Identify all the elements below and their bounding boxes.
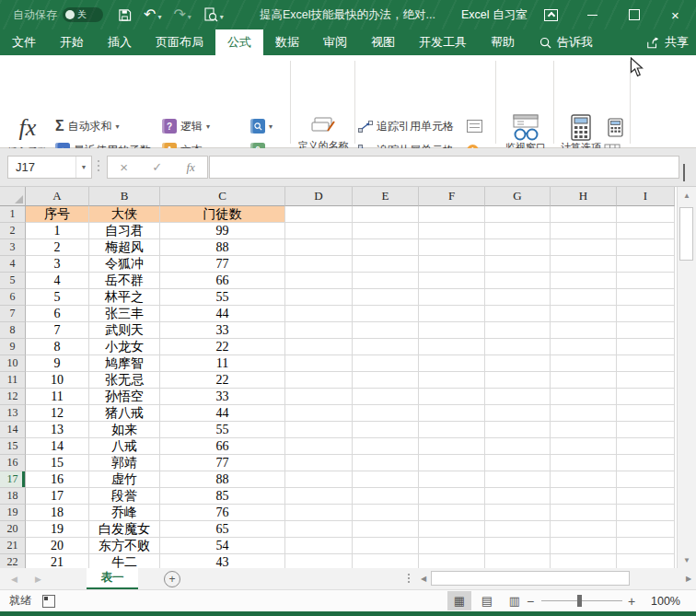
cell-C10[interactable]: 11 xyxy=(160,355,285,372)
cell-A16[interactable]: 15 xyxy=(26,455,89,471)
cell-C20[interactable]: 65 xyxy=(160,521,285,538)
column-header-F[interactable]: F xyxy=(419,187,485,206)
cell-C9[interactable]: 22 xyxy=(160,339,285,355)
cell-D8[interactable] xyxy=(285,322,353,339)
cell-F6[interactable] xyxy=(419,289,485,306)
show-formulas-button[interactable] xyxy=(467,116,486,136)
cell-H14[interactable] xyxy=(551,422,617,438)
cell-D20[interactable] xyxy=(285,521,353,538)
cell-C21[interactable]: 54 xyxy=(160,538,285,554)
cell-H11[interactable] xyxy=(551,372,617,389)
cell-I7[interactable] xyxy=(617,306,675,322)
cell-E3[interactable] xyxy=(353,239,419,256)
cell-B5[interactable]: 岳不群 xyxy=(89,273,160,289)
cell-I19[interactable] xyxy=(617,505,675,521)
cell-H17[interactable] xyxy=(551,471,617,488)
cell-G13[interactable] xyxy=(485,405,551,422)
normal-view-button[interactable]: ▦ xyxy=(447,591,471,610)
cell-E14[interactable] xyxy=(353,422,419,438)
cell-G15[interactable] xyxy=(485,438,551,455)
cell-E15[interactable] xyxy=(353,438,419,455)
cell-C12[interactable]: 33 xyxy=(160,389,285,405)
zoom-slider-track[interactable] xyxy=(541,600,622,601)
cell-A15[interactable]: 14 xyxy=(26,438,89,455)
cell-B11[interactable]: 张无忌 xyxy=(89,372,160,389)
cell-G6[interactable] xyxy=(485,289,551,306)
cell-A13[interactable]: 12 xyxy=(26,405,89,422)
cell-I2[interactable] xyxy=(617,223,675,239)
horizontal-splitter[interactable] xyxy=(408,574,410,583)
cell-G7[interactable] xyxy=(485,306,551,322)
cell-F12[interactable] xyxy=(419,389,485,405)
row-header-7[interactable]: 7 xyxy=(0,306,26,322)
zoom-slider-thumb[interactable] xyxy=(577,595,582,607)
page-layout-view-button[interactable]: ▤ xyxy=(475,591,499,610)
row-header-14[interactable]: 14 xyxy=(0,422,26,438)
cell-E9[interactable] xyxy=(353,339,419,355)
cell-D6[interactable] xyxy=(285,289,353,306)
cell-C6[interactable]: 55 xyxy=(160,289,285,306)
cell-B13[interactable]: 猪八戒 xyxy=(89,405,160,422)
cell-H5[interactable] xyxy=(551,273,617,289)
cell-B16[interactable]: 郭靖 xyxy=(89,455,160,471)
cell-H18[interactable] xyxy=(551,488,617,505)
row-header-3[interactable]: 3 xyxy=(0,239,26,256)
ribbon-display-options-button[interactable] xyxy=(530,0,572,29)
cell-A8[interactable]: 7 xyxy=(26,322,89,339)
cell-G16[interactable] xyxy=(485,455,551,471)
row-header-12[interactable]: 12 xyxy=(0,389,26,405)
row-header-22[interactable]: 22 xyxy=(0,554,26,568)
row-header-4[interactable]: 4 xyxy=(0,256,26,273)
logical-button[interactable]: ? 逻辑 ▾ xyxy=(162,116,243,136)
cell-G2[interactable] xyxy=(485,223,551,239)
tell-me-box[interactable]: 告诉我 xyxy=(539,29,593,55)
cell-A5[interactable]: 4 xyxy=(26,273,89,289)
cell-F8[interactable] xyxy=(419,322,485,339)
cell-B22[interactable]: 牛二 xyxy=(89,554,160,568)
cell-B20[interactable]: 白发魔女 xyxy=(89,521,160,538)
cell-F10[interactable] xyxy=(419,355,485,372)
name-box-dropdown-icon[interactable]: ▼ xyxy=(75,157,91,178)
insert-function-fx-button[interactable]: fx xyxy=(186,160,194,175)
cell-E19[interactable] xyxy=(353,505,419,521)
cell-G4[interactable] xyxy=(485,256,551,273)
page-break-view-button[interactable]: ▥ xyxy=(503,591,527,610)
calculate-now-button[interactable] xyxy=(608,118,623,141)
cell-I5[interactable] xyxy=(617,273,675,289)
cell-F15[interactable] xyxy=(419,438,485,455)
row-header-21[interactable]: 21 xyxy=(0,538,26,554)
cell-H9[interactable] xyxy=(551,339,617,355)
tab-review[interactable]: 审阅 xyxy=(311,29,359,55)
row-header-17[interactable]: 17 xyxy=(0,471,26,488)
row-header-16[interactable]: 16 xyxy=(0,455,26,471)
cell-G19[interactable] xyxy=(485,505,551,521)
row-header-10[interactable]: 10 xyxy=(0,355,26,372)
cell-C18[interactable]: 85 xyxy=(160,488,285,505)
cell-H15[interactable] xyxy=(551,438,617,455)
cell-A17[interactable]: 16 xyxy=(26,471,89,488)
cell-B3[interactable]: 梅超风 xyxy=(89,239,160,256)
tab-insert[interactable]: 插入 xyxy=(96,29,144,55)
cell-F3[interactable] xyxy=(419,239,485,256)
cell-H13[interactable] xyxy=(551,405,617,422)
scroll-up-icon[interactable]: ▲ xyxy=(678,187,696,203)
trace-precedents-button[interactable]: 追踪引用单元格 xyxy=(358,116,454,136)
column-header-B[interactable]: B xyxy=(89,187,160,206)
cell-D5[interactable] xyxy=(285,273,353,289)
cell-I6[interactable] xyxy=(617,289,675,306)
horizontal-scrollbar-thumb[interactable] xyxy=(431,571,630,586)
cell-D22[interactable] xyxy=(285,554,353,568)
minimize-button[interactable] xyxy=(572,0,613,29)
cell-C14[interactable]: 55 xyxy=(160,422,285,438)
cell-H12[interactable] xyxy=(551,389,617,405)
cell-A6[interactable]: 5 xyxy=(26,289,89,306)
formula-bar-splitter[interactable] xyxy=(98,160,99,171)
cell-A22[interactable]: 21 xyxy=(26,554,89,568)
cell-C8[interactable]: 33 xyxy=(160,322,285,339)
cell-C22[interactable]: 43 xyxy=(160,554,285,568)
cell-F9[interactable] xyxy=(419,339,485,355)
cell-E1[interactable] xyxy=(353,206,419,223)
cell-E16[interactable] xyxy=(353,455,419,471)
cell-E6[interactable] xyxy=(353,289,419,306)
lookup-reference-button[interactable]: ▾ xyxy=(250,116,273,136)
